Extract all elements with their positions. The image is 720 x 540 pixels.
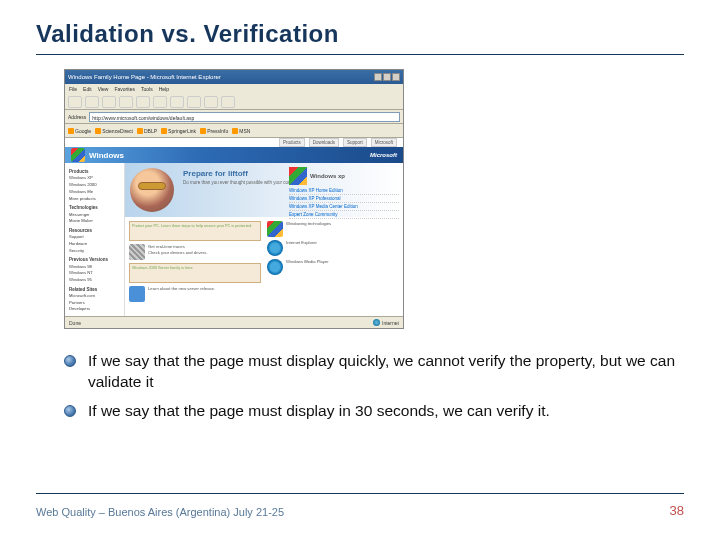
ms-main: Prepare for liftoff Do more than you eve… xyxy=(125,163,403,316)
sidebar-item: Security xyxy=(69,248,120,255)
slide-title: Validation vs. Verification xyxy=(36,20,684,54)
xp-label: Windows xp xyxy=(310,173,345,179)
menu-view: View xyxy=(98,86,109,92)
windows-flag-icon xyxy=(267,221,283,237)
bullet-icon xyxy=(64,355,76,367)
media-icon xyxy=(267,259,283,275)
promo-card: Windows 2003 Server family is here xyxy=(129,263,261,283)
row-body: Learn about the new server release. xyxy=(148,286,215,292)
favorites-icon xyxy=(170,96,184,108)
ie-menubar: File Edit View Favorites Tools Help xyxy=(65,84,403,94)
sidebar-item: Windows Me xyxy=(69,189,120,196)
promo-card: Protect your PC. Learn three steps to he… xyxy=(129,221,261,241)
link-label: PressInfo xyxy=(207,128,228,134)
windows-flag-icon xyxy=(71,148,85,162)
content-row: Get real-time traces Check your devices … xyxy=(129,244,261,260)
sidebar-item: Support xyxy=(69,234,120,241)
globe-icon xyxy=(373,319,380,326)
row-body: Check your devices and drivers. xyxy=(148,250,208,256)
bullet-item: If we say that the page must display qui… xyxy=(64,351,676,393)
sidebar-item: Hardware xyxy=(69,241,120,248)
mail-icon xyxy=(204,96,218,108)
hero-right: Windows xp Windows XP Home Edition Windo… xyxy=(289,167,399,219)
sidebar-item: More products xyxy=(69,196,120,203)
minimize-icon xyxy=(374,73,382,81)
hero-link: Expert Zone Community xyxy=(289,211,399,219)
sidebar-item: Partners xyxy=(69,300,120,307)
product-icon xyxy=(129,286,145,302)
refresh-icon xyxy=(119,96,133,108)
topnav-item: Downloads xyxy=(309,138,339,147)
hero-links: Windows XP Home Edition Windows XP Profe… xyxy=(289,187,399,219)
link-label: Google xyxy=(75,128,91,134)
link-label: DBLP xyxy=(144,128,157,134)
home-icon xyxy=(136,96,150,108)
history-icon xyxy=(187,96,201,108)
search-icon xyxy=(153,96,167,108)
link-icon xyxy=(137,128,143,134)
page-content: Products Downloads Support Microsoft Win… xyxy=(65,138,403,316)
back-icon xyxy=(68,96,82,108)
content-row: Internet Explorer xyxy=(267,240,399,256)
status-right: Internet xyxy=(373,319,399,326)
content-row: Windows Media Player xyxy=(267,259,399,275)
menu-help: Help xyxy=(159,86,169,92)
hero-title: Prepare for liftoff xyxy=(183,169,303,178)
bullet-text: If we say that the page must display in … xyxy=(88,401,550,422)
sidebar-item: Windows NT xyxy=(69,270,120,277)
print-icon xyxy=(221,96,235,108)
lower-right-col: Windowing technologies Internet Explorer… xyxy=(267,221,399,312)
sidebar-item: Messenger xyxy=(69,212,120,219)
ms-hero: Prepare for liftoff Do more than you eve… xyxy=(125,163,403,217)
ie-titlebar: Windows Family Home Page - Microsoft Int… xyxy=(65,70,403,84)
ms-banner: Windows Microsoft xyxy=(65,147,403,163)
lower-left-col: Protect your PC. Learn three steps to he… xyxy=(129,221,261,312)
sidebar-heading: Products xyxy=(69,168,120,175)
menu-edit: Edit xyxy=(83,86,92,92)
footer-text: Web Quality – Buenos Aires (Argentina) J… xyxy=(36,506,284,518)
window-title: Windows Family Home Page - Microsoft Int… xyxy=(68,74,221,80)
row-text: Windowing technologies xyxy=(286,221,331,227)
link-icon xyxy=(232,128,238,134)
ie-statusbar: Done Internet xyxy=(65,316,403,328)
sidebar-item: Developers xyxy=(69,306,120,313)
menu-favorites: Favorites xyxy=(114,86,135,92)
link-icon xyxy=(200,128,206,134)
microsoft-logo: Microsoft xyxy=(370,152,397,158)
stop-icon xyxy=(102,96,116,108)
row-text: Internet Explorer xyxy=(286,240,317,246)
ie-icon xyxy=(267,240,283,256)
topnav-item: Products xyxy=(279,138,305,147)
sidebar-item: Movie Maker xyxy=(69,218,120,225)
sidebar-heading: Previous Versions xyxy=(69,256,120,263)
status-zone: Internet xyxy=(382,320,399,326)
link-icon xyxy=(68,128,74,134)
ms-body: Products Windows XP Windows 2000 Windows… xyxy=(65,163,403,316)
menu-tools: Tools xyxy=(141,86,153,92)
browser-screenshot: Windows Family Home Page - Microsoft Int… xyxy=(64,69,404,329)
topnav-item: Support xyxy=(343,138,367,147)
bullet-icon xyxy=(64,405,76,417)
sidebar-item: Windows XP xyxy=(69,175,120,182)
ms-topnav: Products Downloads Support Microsoft xyxy=(65,138,403,147)
linksbar-item: SpringerLink xyxy=(161,128,196,134)
linksbar-item: Google xyxy=(68,128,91,134)
close-icon xyxy=(392,73,400,81)
status-left: Done xyxy=(69,320,81,326)
forward-icon xyxy=(85,96,99,108)
hero-astronaut-image xyxy=(130,168,174,212)
banner-title: Windows xyxy=(89,151,124,160)
address-label: Address xyxy=(68,114,86,120)
menu-file: File xyxy=(69,86,77,92)
link-icon xyxy=(161,128,167,134)
row-text: Windows Media Player xyxy=(286,259,329,265)
link-icon xyxy=(95,128,101,134)
content-row: Learn about the new server release. xyxy=(129,286,261,302)
bullet-text: If we say that the page must display qui… xyxy=(88,351,676,393)
hero-link: Windows XP Home Edition xyxy=(289,187,399,195)
sidebar-heading: Resources xyxy=(69,227,120,234)
linksbar-item: DBLP xyxy=(137,128,157,134)
bullet-list: If we say that the page must display qui… xyxy=(36,351,684,422)
hero-link: Windows XP Media Center Edition xyxy=(289,203,399,211)
footer-rule xyxy=(36,493,684,494)
